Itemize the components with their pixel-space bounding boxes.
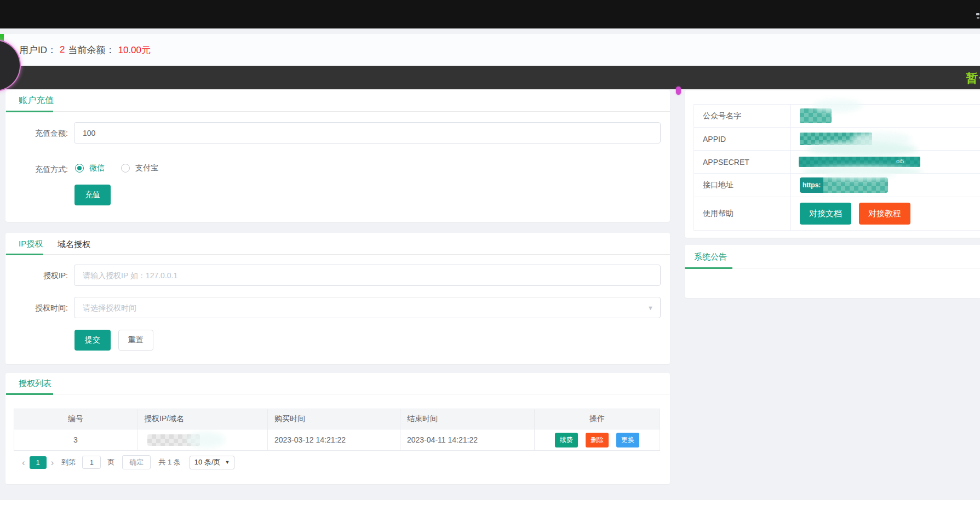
- info-row-api: 接口地址 https:: [694, 174, 980, 197]
- delete-button[interactable]: 删除: [586, 433, 609, 447]
- table-row: 3 2023-03-12 14:21:22 2023-04-11 14:21:2…: [14, 429, 660, 451]
- info-label-api: 接口地址: [694, 174, 791, 197]
- auth-ip-input[interactable]: [74, 265, 661, 286]
- info-value-name: [791, 105, 980, 128]
- row-buy-time: 2023-03-12 14:21:22: [268, 429, 400, 451]
- auth-card-header: IP授权 域名授权: [5, 233, 670, 255]
- tab-domain-auth[interactable]: 域名授权: [58, 239, 90, 250]
- col-header-actions: 操作: [535, 409, 660, 429]
- user-info-bar: 用户ID： 2 当前余额： 10.00元: [0, 34, 980, 66]
- goto-label: 到第: [61, 457, 76, 467]
- pagination: ‹ 1 › 到第 页 确定 共 1 条 10 条/页 ▼: [18, 455, 234, 469]
- bottom-strip: [0, 500, 980, 505]
- row-end-time: 2023-04-11 14:21:22: [400, 429, 535, 451]
- chevron-down-icon: ▼: [647, 305, 654, 311]
- radio-alipay[interactable]: 支付宝: [121, 163, 158, 173]
- balance-label: 当前余额：: [68, 44, 114, 56]
- chevron-down-icon: ▼: [225, 460, 230, 465]
- page-unit-label: 页: [107, 457, 114, 467]
- page-confirm-button[interactable]: 确定: [122, 455, 151, 469]
- app-info-table: 公众号名字 APPID APPSECRET oi5: [694, 104, 980, 231]
- blur-smudge: [807, 142, 917, 156]
- page-jump-input[interactable]: [82, 456, 101, 469]
- info-label-appsecret: APPSECRET: [694, 151, 791, 174]
- auth-list-title: 授权列表: [19, 378, 51, 389]
- notice-marquee-bar: 暂停: [0, 66, 980, 89]
- tutorial-button[interactable]: 对接教程: [859, 203, 910, 225]
- info-value-appsecret: oi5: [791, 151, 980, 174]
- blur-smudge: [187, 432, 225, 448]
- info-label-appid: APPID: [694, 128, 791, 151]
- blur-smudge: [824, 169, 895, 180]
- row-id: 3: [14, 429, 137, 451]
- reset-button[interactable]: 重置: [118, 330, 153, 351]
- corner-glyph-fragment: [976, 13, 979, 15]
- page-1-button[interactable]: 1: [30, 456, 47, 469]
- recharge-card-title: 账户充值: [19, 95, 54, 106]
- info-row-help: 使用帮助 对接文档 对接教程: [694, 197, 980, 231]
- docs-button[interactable]: 对接文档: [800, 203, 851, 225]
- auth-time-label: 授权时间:: [13, 303, 68, 313]
- submit-button[interactable]: 提交: [74, 330, 111, 351]
- radio-wechat-label: 微信: [89, 163, 105, 173]
- renew-button[interactable]: 续费: [555, 433, 578, 447]
- notice-marquee-text: 暂停: [966, 71, 980, 85]
- recharge-card: 账户充值 充值金额: 充值方式: 微信 支付宝 充值: [5, 90, 670, 222]
- col-header-buy-time: 购买时间: [268, 409, 400, 429]
- active-tab-underline: [685, 267, 732, 269]
- col-header-end-time: 结束时间: [400, 409, 535, 429]
- method-radio-group: 微信 支付宝: [75, 163, 158, 173]
- auth-ip-label: 授权IP:: [13, 271, 68, 281]
- announcement-header: 系统公告: [685, 245, 980, 268]
- next-page-icon[interactable]: ›: [47, 456, 59, 469]
- row-actions: 续费 删除 更换: [535, 429, 660, 451]
- auth-time-select[interactable]: [74, 297, 661, 318]
- auth-table: 编号 授权IP/域名 购买时间 结束时间 操作 3 2023-03-12 14:…: [14, 409, 660, 451]
- magenta-fragment: [676, 87, 681, 95]
- tab-ip-auth[interactable]: IP授权: [19, 239, 43, 249]
- method-label: 充值方式:: [13, 165, 68, 175]
- col-header-ip: 授权IP/域名: [137, 409, 268, 429]
- user-id-label: 用户ID：: [19, 44, 56, 56]
- user-id-value: 2: [60, 44, 65, 55]
- row-ip-cell: [137, 429, 268, 451]
- notice-marquee-clip: 暂停: [966, 70, 980, 85]
- auth-list-card: 授权列表 编号 授权IP/域名 购买时间 结束时间 操作 3: [5, 373, 670, 484]
- replace-button[interactable]: 更换: [616, 433, 639, 447]
- page-size-value: 10 条/页: [194, 457, 221, 467]
- prev-page-icon[interactable]: ‹: [18, 456, 30, 469]
- recharge-button[interactable]: 充值: [74, 185, 111, 205]
- censor-text-remnant: oi5: [896, 158, 904, 164]
- radio-selected-icon: [75, 164, 84, 173]
- info-value-help: 对接文档 对接教程: [791, 197, 980, 231]
- col-header-id: 编号: [14, 409, 137, 429]
- active-tab-underline: [6, 254, 43, 255]
- table-header-row: 编号 授权IP/域名 购买时间 结束时间 操作: [14, 409, 660, 429]
- app-info-card: 公众号名字 APPID APPSECRET oi5: [685, 90, 980, 238]
- info-label-name: 公众号名字: [694, 105, 791, 128]
- page-size-select[interactable]: 10 条/页 ▼: [190, 456, 235, 469]
- radio-alipay-label: 支付宝: [135, 163, 158, 173]
- active-tab-underline: [6, 111, 53, 112]
- auth-card: IP授权 域名授权 授权IP: 授权时间: ▼ 提交 重置: [5, 233, 670, 364]
- info-row-name: 公众号名字: [694, 105, 980, 128]
- top-navbar: [0, 0, 980, 28]
- total-count-label: 共 1 条: [158, 457, 180, 467]
- corner-glyph-fragment: [977, 17, 979, 19]
- balance-value: 10.00元: [118, 44, 151, 56]
- radio-wechat[interactable]: 微信: [75, 163, 105, 173]
- announcement-title: 系统公告: [694, 252, 727, 262]
- api-url-prefix: https:: [800, 177, 823, 193]
- auth-list-header: 授权列表: [5, 373, 670, 394]
- page-root: 用户ID： 2 当前余额： 10.00元 暂停 账户充值 充值金额: 充值方式:…: [0, 0, 980, 505]
- amount-label: 充值金额:: [13, 129, 68, 139]
- blur-smudge: [813, 99, 862, 112]
- info-value-api: https:: [791, 174, 980, 197]
- amount-input[interactable]: [74, 122, 661, 144]
- radio-unselected-icon: [121, 164, 130, 173]
- active-tab-underline: [6, 393, 53, 395]
- recharge-card-header: 账户充值: [5, 90, 670, 112]
- censored-api-url: https:: [800, 177, 888, 193]
- info-label-help: 使用帮助: [694, 197, 791, 231]
- announcement-card: 系统公告: [685, 245, 980, 298]
